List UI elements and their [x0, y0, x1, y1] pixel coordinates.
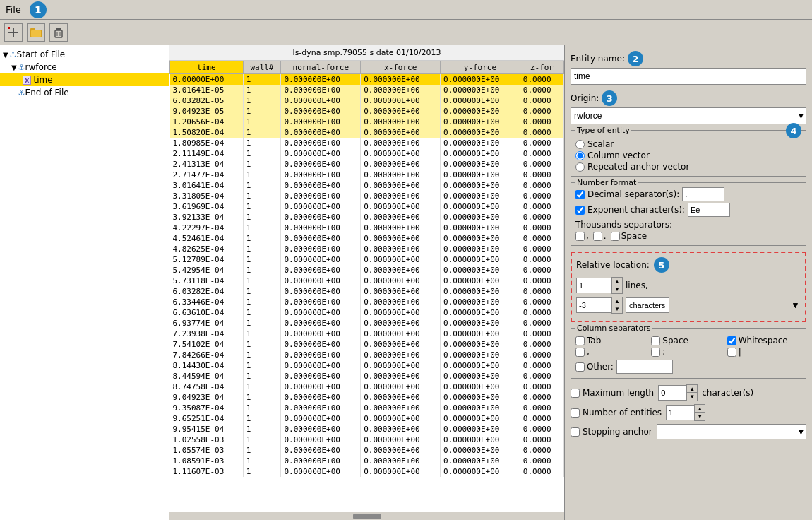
table-row: 4.22297E-0410.000000E+000.000000E+000.00…	[170, 223, 564, 233]
sep-space-label[interactable]: Space	[651, 336, 725, 345]
sep-pipe-label[interactable]: |	[727, 347, 801, 357]
table-cell: 0.0000	[520, 350, 563, 360]
thousands-space-cb[interactable]	[611, 232, 620, 241]
sep-semicolon-cb[interactable]	[651, 348, 660, 357]
entity-name-input[interactable]	[571, 68, 806, 85]
table-cell: 1	[243, 180, 281, 191]
location-chars-down[interactable]: ▼	[612, 305, 622, 313]
table-cell: 1	[243, 85, 281, 95]
type-column-vector[interactable]: Column vector	[575, 150, 801, 160]
table-row: 9.35087E-0410.000000E+000.000000E+000.00…	[170, 403, 564, 413]
sep-tab-cb[interactable]	[575, 336, 585, 345]
table-cell: 0.000000E+00	[361, 106, 441, 117]
exponent-char-input[interactable]	[688, 203, 730, 217]
table-cell: 9.35087E-04	[170, 403, 244, 413]
max-length-cb[interactable]	[571, 389, 580, 398]
sep-comma-label[interactable]: ,	[575, 347, 650, 357]
thousands-comma-label[interactable]: ,	[575, 231, 589, 241]
type-scalar-label: Scalar	[587, 139, 614, 149]
table-cell: 0.000000E+00	[281, 170, 361, 180]
table-cell: 1	[243, 360, 281, 371]
location-lines-up[interactable]: ▲	[612, 278, 622, 285]
sep-pipe-cb[interactable]	[727, 348, 736, 357]
num-entities-label-wrapper[interactable]: Number of entities	[571, 408, 662, 418]
sep-space-cb[interactable]	[651, 336, 660, 345]
tree-item-start-of-file[interactable]: ▼ ⚓ Start of File	[0, 48, 169, 61]
toggle-rwforce: ▼	[11, 64, 17, 71]
sep-other-cb[interactable]	[575, 362, 585, 372]
decimal-sep-checkbox[interactable]	[575, 190, 585, 199]
exponent-char-checkbox[interactable]	[575, 206, 585, 215]
table-cell: 0.000000E+00	[441, 403, 520, 413]
location-chars-input[interactable]	[576, 297, 611, 313]
decimal-sep-input[interactable]	[682, 187, 724, 201]
table-cell: 9.04923E-04	[170, 392, 244, 403]
table-cell: 0.0000	[520, 392, 563, 403]
max-length-down[interactable]: ▼	[687, 393, 697, 401]
tree-item-time[interactable]: x time	[0, 73, 169, 86]
table-cell: 7.54102E-04	[170, 339, 244, 350]
num-entities-input[interactable]	[666, 405, 694, 420]
table-cell: 0.000000E+00	[361, 392, 441, 403]
table-cell: 0.000000E+00	[441, 445, 520, 456]
sep-other-label[interactable]: Other:	[575, 362, 614, 372]
table-cell: 0.000000E+00	[441, 95, 520, 106]
type-column-vector-radio[interactable]	[575, 151, 585, 160]
max-length-input[interactable]	[658, 385, 686, 401]
location-chars-select[interactable]: characters lines	[626, 297, 669, 313]
thousands-space-label[interactable]: Space	[611, 231, 647, 241]
num-entities-cb[interactable]	[571, 408, 580, 418]
table-cell: 0.000000E+00	[441, 254, 520, 265]
stopping-anchor-select[interactable]	[657, 424, 806, 439]
type-repeated-anchor[interactable]: Repeated anchor vector	[575, 162, 801, 172]
stopping-anchor-label-wrapper[interactable]: Stopping anchor	[571, 427, 652, 437]
type-scalar-radio[interactable]	[575, 140, 585, 149]
sep-comma-cb[interactable]	[575, 348, 585, 357]
folder-button[interactable]	[27, 23, 45, 42]
delete-button[interactable]	[49, 23, 68, 42]
table-cell: 0.000000E+00	[361, 466, 441, 477]
data-header: ls-dyna smp.79055 s date 01/10/2013	[169, 45, 564, 61]
table-row: 1.11607E-0310.000000E+000.000000E+000.00…	[170, 466, 564, 477]
table-cell: 0.000000E+00	[281, 329, 361, 339]
stopping-anchor-cb[interactable]	[571, 427, 580, 437]
table-cell: 0.000000E+00	[281, 191, 361, 201]
tree-item-end-of-file[interactable]: ▼ ⚓ End of File	[0, 86, 169, 99]
thousands-dot-label[interactable]: .	[593, 231, 607, 241]
table-cell: 0.000000E+00	[441, 180, 520, 191]
table-cell: 0.000000E+00	[281, 180, 361, 191]
tree-item-rwforce[interactable]: ▼ ⚓ rwforce	[0, 61, 169, 73]
col-header-time: time	[170, 61, 244, 74]
table-row: 6.93774E-0410.000000E+000.000000E+000.00…	[170, 318, 564, 329]
anchor-icon-end: ⚓	[18, 88, 25, 98]
relative-location-section: Relative location: 5 ▲ ▼ lines, ▲	[571, 252, 806, 322]
location-lines-down[interactable]: ▼	[612, 285, 622, 293]
location-lines-input[interactable]	[576, 278, 611, 293]
type-scalar[interactable]: Scalar	[575, 139, 801, 149]
table-cell: 0.000000E+00	[281, 159, 361, 170]
data-table-container[interactable]: time wall# normal-force x-force y-force …	[169, 61, 564, 512]
num-entities-up[interactable]: ▲	[695, 405, 705, 413]
thousands-comma-cb[interactable]	[575, 232, 585, 241]
table-cell: 1.80985E-04	[170, 138, 244, 148]
location-chars-up[interactable]: ▲	[612, 297, 622, 305]
max-length-label-wrapper[interactable]: Maximum length	[571, 388, 654, 398]
sep-whitespace-label[interactable]: Whitespace	[727, 336, 801, 345]
num-entities-down[interactable]: ▼	[695, 413, 705, 420]
sep-tab-label[interactable]: Tab	[575, 336, 650, 345]
table-cell: 0.000000E+00	[441, 212, 520, 223]
table-cell: 0.000000E+00	[281, 117, 361, 127]
origin-select[interactable]: rwforce	[571, 107, 806, 124]
type-section-title: Type of entity	[575, 126, 631, 135]
horizontal-scrollbar[interactable]	[169, 512, 564, 520]
max-length-up[interactable]: ▲	[687, 385, 697, 393]
sep-semicolon-label[interactable]: ;	[651, 347, 725, 357]
type-repeated-anchor-radio[interactable]	[575, 162, 585, 172]
table-cell: 0.0000	[520, 170, 563, 180]
sep-other-input[interactable]	[616, 360, 673, 374]
thousands-dot-cb[interactable]	[593, 232, 602, 241]
clear-button[interactable]	[4, 23, 23, 42]
menu-item-file[interactable]: File	[6, 4, 21, 15]
table-cell: 0.0000	[520, 435, 563, 445]
sep-whitespace-cb[interactable]	[727, 336, 736, 345]
